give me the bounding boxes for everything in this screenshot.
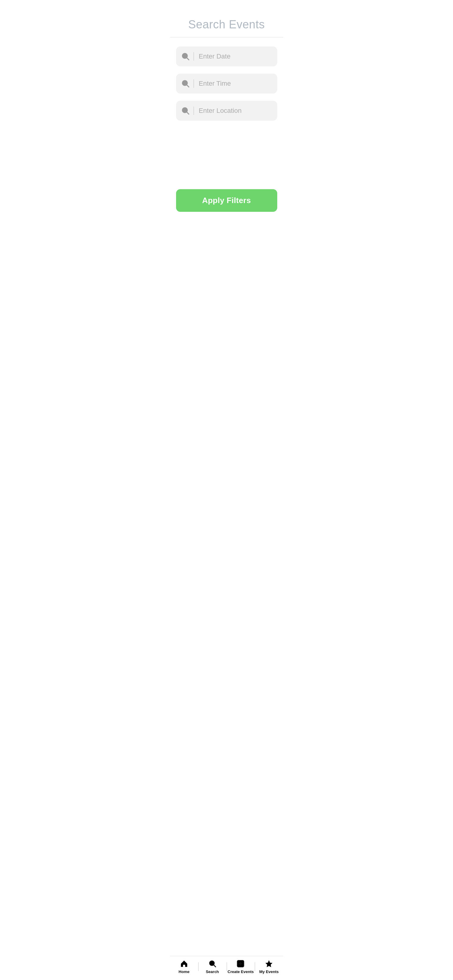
time-input[interactable] — [199, 80, 282, 88]
time-field-container — [176, 74, 277, 94]
date-divider — [194, 52, 194, 60]
apply-filters-button[interactable]: Apply Filters — [176, 189, 277, 212]
location-input[interactable] — [199, 107, 282, 115]
svg-line-5 — [187, 112, 189, 114]
page-container: Search Events — [170, 0, 283, 245]
page-title: Search Events — [176, 18, 277, 31]
location-divider — [194, 107, 194, 115]
content-spacer — [170, 130, 283, 189]
time-search-icon — [181, 79, 194, 88]
date-field-container — [176, 46, 277, 66]
svg-line-3 — [187, 85, 189, 87]
time-divider — [194, 80, 194, 88]
location-field-container — [176, 101, 277, 121]
search-fields-section — [170, 37, 283, 130]
date-search-icon — [181, 52, 194, 61]
location-search-icon — [181, 106, 194, 115]
svg-line-1 — [187, 57, 189, 60]
apply-filters-section: Apply Filters — [170, 189, 283, 221]
header: Search Events — [170, 0, 283, 37]
date-input[interactable] — [199, 52, 282, 60]
